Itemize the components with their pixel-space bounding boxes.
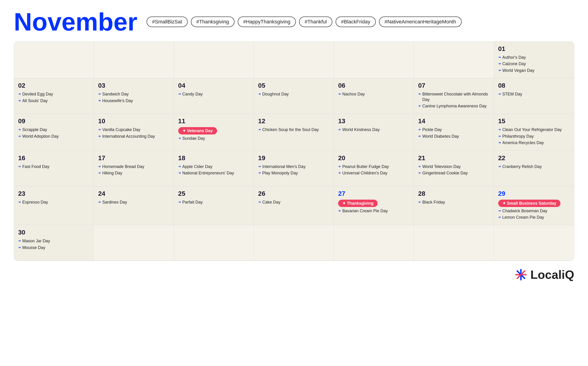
event-arrow-icon: ➜ [338, 165, 341, 168]
event-item: ➜All Souls' Day [18, 98, 90, 104]
event-item: ➜Mason Jar Day [18, 238, 90, 244]
event-label: Calzone Day [502, 61, 526, 67]
event-item: ➜Homemade Bread Day [98, 164, 170, 169]
logo-text: LocaliQ [530, 268, 574, 282]
event-label: Sundae Day [182, 136, 205, 141]
day-cell-14: 14➜Pickle Day➜World Diabetes Day [414, 114, 494, 151]
day-cell-25: 25➜Parfait Day [174, 186, 254, 225]
day-cell-03: 03➜Sandwich Day➜Housewife's Day [94, 78, 174, 114]
event-item: ➜World Television Day [418, 164, 489, 169]
hashtag-1[interactable]: #SmallBizSat [147, 16, 188, 27]
event-arrow-icon: ➜ [498, 141, 501, 144]
event-arrow-icon: ➜ [98, 200, 101, 204]
day-number-07: 07 [418, 82, 489, 89]
day-cell-empty-40 [414, 225, 494, 261]
day-number-20: 20 [338, 154, 409, 162]
event-arrow-icon: ➜ [498, 134, 501, 138]
day-number-25: 25 [178, 190, 250, 197]
event-label: Vanilla Cupcake Day [102, 127, 140, 132]
event-label: Universal Children's Day [342, 170, 387, 176]
hashtag-5[interactable]: #BlackFriday [336, 16, 376, 27]
day-number-16: 16 [18, 154, 90, 162]
event-item: ➜Bittersweet Chocolate with Almonds Day [418, 92, 489, 102]
day-cell-empty-4 [334, 42, 414, 78]
event-arrow-icon: ➜ [418, 128, 421, 131]
localiq-logo-icon [515, 268, 527, 281]
event-label: Canine Lymphoma Awareness Day [422, 104, 486, 109]
day-cell-19: 19➜International Men's Day➜Play Monopoly… [254, 151, 334, 186]
day-cell-12: 12➜Chicken Soup for the Soul Day [254, 114, 334, 151]
event-label: World Adoption Day [22, 134, 59, 139]
day-cell-07: 07➜Bittersweet Chocolate with Almonds Da… [414, 78, 494, 114]
day-number-11: 11 [178, 117, 250, 125]
event-item: ➜Candy Day [178, 92, 250, 97]
day-cell-01: 01➜Author's Day➜Calzone Day➜World Vegan … [494, 42, 574, 78]
event-arrow-icon: ➜ [418, 134, 421, 138]
event-item: ➜Calzone Day [498, 61, 570, 67]
event-label: Author's Day [502, 55, 526, 60]
event-label: Peanut Butter Fudge Day [342, 164, 389, 169]
hashtag-6[interactable]: #NativeAmericanHeritageMonth [379, 16, 462, 27]
event-label: World Vegan Day [502, 68, 534, 73]
event-item: ➜Chicken Soup for the Soul Day [258, 127, 329, 132]
event-label: Parfait Day [182, 200, 203, 205]
event-arrow-icon: ➜ [498, 62, 501, 65]
event-label: Sandwich Day [102, 92, 129, 97]
hashtag-3[interactable]: #HappyThanksgiving [238, 16, 296, 27]
event-item: ➜Sandwich Day [98, 92, 170, 97]
day-number-27: 27 [338, 190, 409, 197]
event-badge: ✦ Small Business Saturday [498, 200, 560, 207]
day-number-10: 10 [98, 117, 170, 125]
event-item: ➜Canine Lymphoma Awareness Day [418, 104, 489, 109]
event-item: ➜Parfait Day [178, 200, 250, 205]
event-arrow-icon: ➜ [98, 92, 101, 96]
event-arrow-icon: ➜ [178, 165, 181, 168]
day-number-08: 08 [498, 82, 570, 89]
event-label: Lemon Cream Pie Day [502, 215, 544, 220]
day-cell-24: 24➜Sardines Day [94, 186, 174, 225]
day-cell-empty-36 [94, 225, 174, 261]
event-item: ➜World Diabetes Day [418, 134, 489, 139]
event-label: Black Friday [422, 200, 445, 205]
day-number-18: 18 [178, 154, 250, 162]
event-label: Clean Out Your Refrigerator Day [502, 127, 562, 132]
event-item: ➜Philanthropy Day [498, 134, 570, 139]
day-number-03: 03 [98, 82, 170, 89]
event-label: World Television Day [422, 164, 461, 169]
event-item: ➜World Vegan Day [498, 68, 570, 73]
event-item: ➜Sundae Day [178, 136, 250, 141]
event-label: Sardines Day [102, 200, 127, 205]
day-cell-04: 04➜Candy Day [174, 78, 254, 114]
event-item: ➜Nachos Day [338, 92, 409, 97]
event-arrow-icon: ➜ [18, 92, 21, 96]
event-label: World Diabetes Day [422, 134, 459, 139]
hashtag-2[interactable]: #Thanksgiving [191, 16, 235, 27]
event-item: ➜Hiking Day [98, 170, 170, 176]
event-label: Chicken Soup for the Soul Day [262, 127, 319, 132]
event-arrow-icon: ➜ [18, 99, 21, 102]
event-item: ➜America Recycles Day [498, 140, 570, 145]
event-item: ➜International Accounting Day [98, 134, 170, 139]
hashtag-4[interactable]: #Thankful [299, 16, 332, 27]
footer: LocaliQ [14, 268, 574, 282]
day-number-04: 04 [178, 82, 250, 89]
day-number-19: 19 [258, 154, 329, 162]
event-arrow-icon: ➜ [338, 171, 341, 175]
day-cell-empty-5 [414, 42, 494, 78]
event-item: ➜STEM Day [498, 92, 570, 97]
event-label: Espresso Day [22, 200, 48, 205]
day-cell-17: 17➜Homemade Bread Day➜Hiking Day [94, 151, 174, 186]
day-number-02: 02 [18, 82, 90, 89]
event-arrow-icon: ➜ [18, 239, 21, 243]
day-number-21: 21 [418, 154, 489, 162]
event-arrow-icon: ➜ [258, 128, 261, 131]
event-item: ➜Universal Children's Day [338, 170, 409, 176]
day-cell-27: 27✦ Thanksgiving➜Bavarian Cream Pie Day [334, 186, 414, 225]
day-cell-21: 21➜World Television Day➜Gingerbread Cook… [414, 151, 494, 186]
day-cell-empty-37 [174, 225, 254, 261]
event-label: Fast Food Day [22, 164, 49, 169]
event-arrow-icon: ➜ [498, 55, 501, 59]
event-label: America Recycles Day [502, 140, 544, 145]
event-arrow-icon: ➜ [258, 165, 261, 168]
event-label: Scrapple Day [22, 127, 47, 132]
